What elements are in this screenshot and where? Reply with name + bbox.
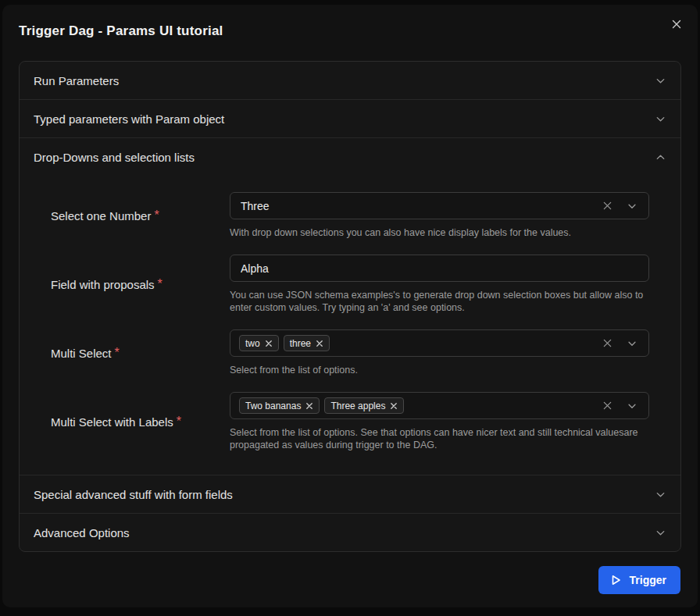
field-label-text: Multi Select [51,347,112,360]
field-value-col: You can use JSON schema examples's to ge… [230,255,649,314]
section-advanced-options: Advanced Options [20,513,680,551]
section-header-run-parameters[interactable]: Run Parameters [20,62,680,99]
tag: two [239,335,279,351]
proposals-input[interactable] [230,255,649,282]
modal-header: Trigger Dag - Params UI tutorial [2,5,698,39]
select-indicators [602,201,638,212]
tag: Three apples [324,397,404,414]
tag-remove-x-icon [305,402,313,410]
tag-remove-button[interactable] [316,340,323,347]
play-icon [609,574,622,586]
multi-select-labels-control[interactable]: Two bananas Three apples [230,392,649,419]
field-label-text: Select one Number [51,209,151,223]
trigger-button[interactable]: Trigger [598,566,680,594]
field-label: Field with proposals * [51,255,230,314]
dropdown-indicator[interactable] [627,201,638,212]
chevron-down-icon [655,113,666,125]
section-special-advanced: Special advanced stuff with form fields [20,475,680,513]
clear-x-icon [602,401,612,411]
section-body-dropdowns: Select one Number * Three [20,176,680,475]
tag-list: Two bananas Three apples [239,397,602,414]
required-asterisk: * [154,208,159,223]
clear-x-icon [602,201,612,211]
section-header-special-advanced[interactable]: Special advanced stuff with form fields [20,475,680,513]
tag-list: two three [239,335,602,351]
tag-remove-button[interactable] [305,402,313,410]
section-title: Drop-Downs and selection lists [34,151,195,164]
field-label: Multi Select * [51,329,230,376]
clear-x-icon [602,338,612,348]
field-label-text: Field with proposals [51,278,155,291]
required-asterisk: * [115,346,120,360]
tag-remove-button[interactable] [265,340,273,347]
section-title: Advanced Options [34,526,130,539]
tag: three [284,335,330,351]
chevron-down-icon [627,338,638,349]
field-row-select-one-number: Select one Number * Three [51,192,649,239]
select-one-number-select[interactable]: Three [230,192,649,219]
chevron-up-icon [655,151,666,163]
field-row-multi-select-with-labels: Multi Select with Labels * Two bananas [51,392,649,451]
select-indicators [602,338,638,349]
section-typed-parameters: Typed parameters with Param object [20,99,680,137]
chevron-down-icon [627,401,638,411]
close-button[interactable] [668,16,685,33]
help-text: Select from the list of options. See tha… [230,426,649,451]
field-value-col: Three [230,192,649,239]
dropdown-indicator[interactable] [627,401,638,411]
section-dropdowns: Drop-Downs and selection lists Select on… [20,137,680,475]
chevron-down-icon [655,527,666,539]
tag: Two bananas [239,397,320,414]
section-title: Run Parameters [34,74,119,87]
section-header-advanced-options[interactable]: Advanced Options [20,514,680,551]
required-asterisk: * [177,415,181,429]
dropdown-indicator[interactable] [627,338,638,349]
tag-remove-x-icon [265,340,273,347]
help-text: With drop down selections you can also h… [230,226,649,239]
section-header-typed-parameters[interactable]: Typed parameters with Param object [20,100,680,137]
required-asterisk: * [158,277,162,291]
field-value-col: two three [230,329,649,376]
tag-label: two [245,338,260,349]
trigger-button-label: Trigger [630,574,666,586]
field-row-field-with-proposals: Field with proposals * You can use JSON … [51,255,649,314]
modal-footer: Trigger [2,566,698,607]
tag-label: Three apples [330,401,385,411]
help-text: You can use JSON schema examples's to ge… [230,289,649,314]
section-title: Special advanced stuff with form fields [34,488,233,501]
tag-label: three [290,338,311,349]
dialog-title: Trigger Dag - Params UI tutorial [19,23,681,39]
close-icon [671,19,682,30]
tag-remove-x-icon [390,402,398,410]
chevron-down-icon [655,75,666,87]
section-run-parameters: Run Parameters [20,62,680,99]
help-text: Select from the list of options. [230,364,649,376]
select-value: Three [241,200,602,212]
clear-button[interactable] [602,401,612,411]
select-indicators [602,401,638,411]
tag-remove-x-icon [316,340,323,347]
field-value-col: Two bananas Three apples [230,392,649,451]
field-label: Select one Number * [51,192,230,239]
chevron-down-icon [627,201,638,212]
field-label: Multi Select with Labels * [51,392,230,451]
tag-label: Two bananas [245,401,301,411]
trigger-dag-modal: Trigger Dag - Params UI tutorial Run Par… [2,5,698,607]
tag-remove-button[interactable] [390,402,398,410]
chevron-down-icon [655,489,666,500]
accordion: Run Parameters Typed parameters with Par… [19,61,681,552]
clear-button[interactable] [602,338,612,348]
clear-button[interactable] [602,201,612,211]
section-title: Typed parameters with Param object [34,112,224,126]
section-header-dropdowns[interactable]: Drop-Downs and selection lists [20,138,680,176]
field-label-text: Multi Select with Labels [51,415,173,429]
field-row-multi-select: Multi Select * two [51,329,649,376]
multi-select-control[interactable]: two three [230,329,649,357]
